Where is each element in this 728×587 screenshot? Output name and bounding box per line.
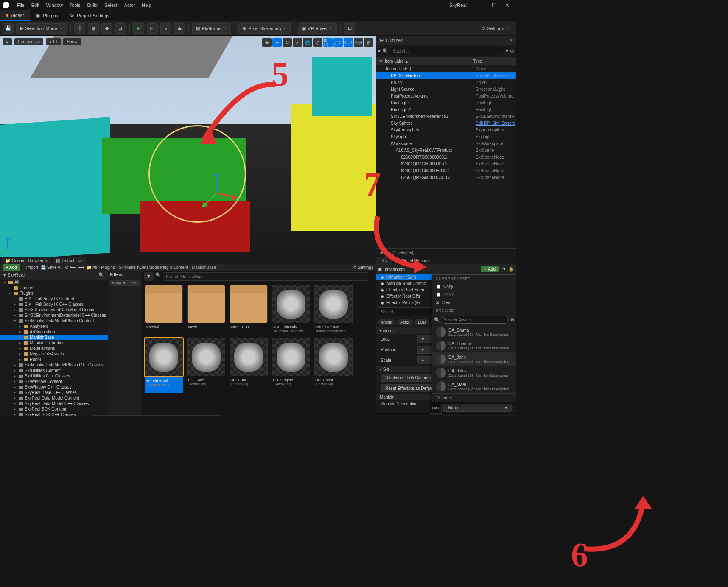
details-tab[interactable]: D × (376, 257, 392, 264)
outliner-row[interactable]: 62602QRTG50000C000.2SkrSceneNode (376, 174, 516, 181)
add-content-button[interactable]: ➕ (74, 23, 85, 34)
viewport-layout-tool[interactable]: ⊞ (364, 38, 373, 47)
browse-to-icon[interactable]: 📁 (448, 415, 454, 416)
options-icon[interactable]: ▾ (506, 48, 508, 54)
tree-item[interactable]: ▸BIK - Full Body IK C++ Classes (0, 302, 108, 307)
outliner-row[interactable]: BP_SkrManikinEdit BP_SkrManikin (376, 72, 516, 79)
clear-item[interactable]: ✖ Clear (432, 299, 516, 307)
asset-item[interactable]: WIP_TEST (230, 285, 268, 334)
import-button[interactable]: ↓ Import (23, 265, 38, 270)
minimize-button[interactable]: — (475, 2, 488, 8)
tree-item[interactable]: ▸ManikinCalibration (0, 340, 108, 346)
tree-item[interactable]: ▸Robot (0, 357, 108, 362)
outliner-row[interactable]: PostProcessVolumePostProcessVolume (376, 92, 516, 99)
viewport[interactable]: z x ≡ Perspective ● Lit Show ✥ ✛ ↻ ⤢ 🌐 ⬡… (0, 36, 376, 257)
tree-item[interactable]: ▸SkyReal Data Model Content (0, 395, 108, 401)
filter-pill[interactable]: LOD (414, 319, 429, 325)
selection-mode-button[interactable]: ▶Selection Mode▾ (16, 23, 67, 34)
asset-item[interactable]: CR_FaceControl Rig (187, 338, 225, 393)
settings-icon[interactable]: ⚙ (510, 48, 514, 54)
tree-item[interactable]: ▸ArtSimulation (0, 329, 108, 335)
picker-asset[interactable]: DA_JulesData Asset (Skr Manikin Descript… (432, 366, 516, 380)
add-component-button[interactable]: + Add (481, 266, 499, 272)
asset-item[interactable]: CR_FingersControl Rig (272, 338, 310, 393)
outliner-list[interactable]: Alcas (Editor)WorldBP_SkrManikinEdit BP_… (376, 65, 516, 248)
rotate-tool[interactable]: ↻ (283, 38, 292, 47)
play-button[interactable]: ▶ (133, 23, 144, 34)
viewport-lit[interactable]: ● Lit (46, 38, 61, 45)
add-button[interactable]: + Add (3, 264, 20, 271)
item-label-header[interactable]: Item Label ▴ (385, 59, 473, 64)
outliner-tab[interactable]: ⊟Outliner× (376, 36, 516, 45)
tree-item[interactable]: ▸All (0, 280, 108, 285)
asset-item[interactable]: BP_SkrManikinBlueprint Class (145, 338, 183, 393)
display-calibration-button[interactable]: Display or Hide Calibratio (381, 374, 438, 382)
grid-snap-tool[interactable]: ▦ 10 (323, 38, 333, 47)
tree-item[interactable]: ▸SkyReal Base C++ Classes (0, 390, 108, 395)
output-log-tab[interactable]: ▤Output Log (53, 257, 86, 264)
menu-actor[interactable]: Actor (121, 3, 139, 8)
menu-file[interactable]: File (14, 3, 28, 8)
options-icon[interactable]: ⁝▾ (501, 266, 506, 272)
extra-button[interactable]: ⊞ (344, 23, 355, 34)
filter-icon[interactable]: ▾ (378, 48, 381, 54)
type-header[interactable]: Type (473, 59, 513, 64)
outliner-row[interactable]: BrushBrush (376, 79, 516, 86)
sequence-button[interactable]: ⊞ (115, 23, 126, 34)
camera-speed-tool[interactable]: 📷 4 (354, 38, 363, 47)
outliner-row[interactable]: WorkspaceSkrWorkspace (376, 140, 516, 147)
menu-window[interactable]: Window (43, 3, 66, 8)
tree-item[interactable]: ▸Content (0, 285, 108, 291)
filter-pill[interactable]: Actor (397, 319, 413, 325)
tab-alcas[interactable]: Alcas* (0, 10, 30, 21)
copy-item[interactable]: 📋 Copy (432, 282, 516, 291)
tree-item[interactable]: ▸SkrWindow C++ Classes (0, 384, 108, 390)
asset-item[interactable]: CR_FBIKControl Rig (230, 338, 268, 393)
outliner-row[interactable]: SkyLightSkyLight (376, 133, 516, 140)
scale-tool[interactable]: ⤢ (293, 38, 302, 47)
skip-button[interactable]: ▶| (147, 23, 158, 34)
vp-roles-button[interactable]: ▣VP Roles▾ (298, 23, 337, 34)
tree-item[interactable]: ▸SkrUtilities C++ Classes (0, 373, 108, 379)
close-button[interactable]: ✕ (501, 2, 513, 8)
angle-snap-tool[interactable]: △ 10° (333, 38, 343, 47)
asset-item[interactable]: ABP_SkrFaceAnimation Blueprint (314, 285, 353, 334)
asset-item[interactable]: Material (145, 285, 183, 334)
picker-asset[interactable]: DA_JohnData Asset (Skr Manikin Descripti… (432, 352, 516, 366)
close-icon[interactable]: × (45, 258, 48, 263)
tree-item[interactable]: ▸MetaHumans (0, 346, 108, 351)
pixel-streaming-button[interactable]: ◉Pixel Streaming▾ (238, 23, 291, 34)
coord-space-tool[interactable]: 🌐 (303, 38, 312, 47)
tab-project-settings[interactable]: ⚙Project Settings (64, 10, 115, 21)
asset-search-input[interactable] (163, 272, 368, 281)
maximize-button[interactable]: ☐ (488, 2, 501, 8)
history-fwd[interactable]: ⟶ (78, 265, 84, 270)
menu-build[interactable]: Build (84, 3, 101, 8)
tree-item[interactable]: ▸Skr3DEnvironmentDataModel C++ Classes (0, 313, 108, 318)
source-tree[interactable]: ▾ SkyReal🔍 ▸All▸Content▸Plugins▸BIK - Fu… (0, 271, 108, 416)
tree-item[interactable]: ▸SkrManikinDataModelPlugin C++ Classes (0, 362, 108, 368)
settings-button[interactable]: ⚙Settings▾ (478, 23, 513, 34)
menu-help[interactable]: Help (138, 3, 155, 8)
tree-item[interactable]: ▸SkyReal Data Model C++ Classes (0, 401, 108, 406)
close-icon[interactable]: × (510, 38, 512, 43)
outliner-row[interactable]: 62600QRTG50000000.1SkrSceneNode (376, 154, 516, 160)
outliner-row[interactable]: Skr3DEnvironmentReference1Skr3DEnvironme… (376, 113, 516, 120)
save-all-button[interactable]: 💾 Save All (41, 265, 62, 270)
picker-asset[interactable]: DA_EmmaData Asset (Skr Manikin Descripti… (432, 325, 516, 339)
filter-icon[interactable]: ▼ (144, 272, 154, 281)
select-tool[interactable]: ✥ (262, 38, 272, 47)
picker-asset[interactable]: DA_MaelData Asset (Skr Manikin Descripti… (432, 380, 516, 393)
outliner-row[interactable]: ALCAS_SkyReal.CATProductSkrScene (376, 147, 516, 154)
breadcrumb[interactable]: 📁 All › Plugins › SkrManikinDataModelPlu… (87, 265, 219, 270)
manikin-desc-thumb[interactable]: None (430, 402, 442, 414)
outliner-row[interactable]: SkyAtmosphereSkyAtmosphere (376, 126, 516, 133)
tree-item[interactable]: ▸SkrUtilities Content (0, 368, 108, 373)
use-selected-icon[interactable]: ↻ (443, 415, 447, 416)
tab-plugins[interactable]: ▣Plugins (30, 10, 64, 21)
surface-snap-tool[interactable]: ⬡ (313, 38, 322, 47)
menu-select[interactable]: Select (101, 3, 121, 8)
content-browser-tab[interactable]: 📁Content Browser× (2, 257, 51, 264)
scale-snap-tool[interactable]: • 0,25 (344, 38, 353, 47)
transform-gizmo-icon[interactable] (195, 172, 238, 214)
